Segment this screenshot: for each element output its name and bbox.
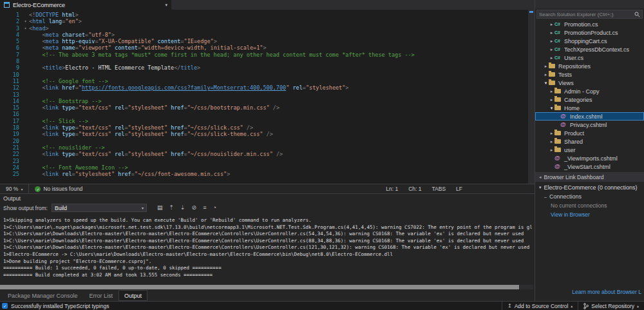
toggle-word-wrap-icon[interactable]: ≡ xyxy=(203,204,206,212)
search-icon[interactable] xyxy=(634,12,640,17)
solution-explorer-item[interactable]: ▸user xyxy=(535,146,644,154)
chevron-down-icon[interactable]: ▾ xyxy=(543,81,549,86)
code-line[interactable]: 11 <!-- Google font --> xyxy=(0,78,528,84)
code-line[interactable]: 5 <meta http-equiv="X-UA-Compatible" con… xyxy=(0,38,528,44)
tool-window-tab-output[interactable]: Output xyxy=(118,290,147,301)
output-log[interactable]: 1>Skipping analyzers to speed up the bui… xyxy=(3,217,532,280)
tool-window-tab-package-manager-console[interactable]: Package Manager Console xyxy=(2,290,84,301)
code-line[interactable]: 19 <link type="text/css" rel="stylesheet… xyxy=(0,131,528,137)
code-line[interactable]: 17 <!-- Slick --> xyxy=(0,118,528,124)
code-line[interactable]: 2▾<html lang="en"> xyxy=(0,18,528,24)
solution-explorer-item[interactable]: @_ViewStart.cshtml xyxy=(535,162,644,171)
code-line[interactable]: 23 xyxy=(0,158,528,164)
health-label: No issues found xyxy=(43,186,82,192)
chevron-right-icon[interactable]: ▸ xyxy=(543,72,549,77)
collapse-icon[interactable]: – xyxy=(544,195,547,199)
code-line[interactable]: 25 <link rel="stylesheet" href="~/css/fo… xyxy=(0,171,528,177)
item-label: ShoppingCart.cs xyxy=(564,38,607,44)
timestamp-icon[interactable]: ◔ xyxy=(213,204,216,212)
code-line[interactable]: 4 <meta charset="utf-8"> xyxy=(0,32,528,38)
solution-explorer-item[interactable]: ▸Admin - Copy xyxy=(535,87,644,95)
output-source-dropdown[interactable]: Build ▾ xyxy=(52,204,147,212)
zoom-control[interactable]: 90 % ▾ xyxy=(0,184,29,193)
solution-explorer-item[interactable]: ▸Tests xyxy=(535,70,644,79)
fold-gutter xyxy=(22,78,29,84)
learn-more-link[interactable]: Learn more about Browser L xyxy=(572,289,641,295)
solution-explorer-item[interactable]: ▸Product xyxy=(535,129,644,137)
code-line[interactable]: 15 <link type="text/css" rel="stylesheet… xyxy=(0,104,528,111)
solution-explorer-item[interactable]: ▾Views xyxy=(535,79,644,87)
fold-chevron-icon[interactable]: ▾ xyxy=(22,18,29,24)
solution-explorer-item[interactable]: ▸C#User.cs xyxy=(535,53,644,62)
code-line[interactable]: 22 <link type="text/css" rel="stylesheet… xyxy=(0,151,528,157)
document-tab-label: Electro-ECommerce xyxy=(13,2,65,8)
solution-explorer-item[interactable]: ▸Repositories xyxy=(535,62,644,70)
status-bar: ✓ Successfully installed TypeScript typi… xyxy=(0,301,644,310)
solution-explorer-item[interactable]: ▾Home xyxy=(535,104,644,112)
fold-chevron-icon[interactable]: ▾ xyxy=(22,25,29,32)
solution-search-input[interactable] xyxy=(537,12,634,17)
item-label: _ViewImports.cshtml xyxy=(564,155,618,162)
eol-indicator[interactable]: LF xyxy=(456,186,462,192)
code-line[interactable]: 13 xyxy=(0,92,528,98)
add-to-source-control-button[interactable]: ↥ Add to Source Control ▴ xyxy=(502,302,578,310)
scrollbar-thumb[interactable] xyxy=(0,285,519,289)
chevron-right-icon[interactable]: ▸ xyxy=(549,22,554,27)
code-line[interactable]: 18 <link type="text/css" rel="stylesheet… xyxy=(0,124,528,131)
solution-explorer-item[interactable]: @_ViewImports.cshtml xyxy=(535,154,644,162)
go-to-next-message-icon[interactable]: ⇣ xyxy=(180,204,185,212)
code-line[interactable]: 12 <link href="https://fonts.googleapis.… xyxy=(0,84,528,91)
view-in-browser-link[interactable]: View in Browser xyxy=(535,209,644,218)
chevron-right-icon[interactable]: ▸ xyxy=(549,55,554,61)
code-line[interactable]: 3▾<head> xyxy=(0,25,528,32)
code-line[interactable]: 16 xyxy=(0,111,528,117)
code-line[interactable]: 8 xyxy=(0,58,528,64)
solution-explorer-item[interactable]: ▸Shared xyxy=(535,137,644,146)
fold-gutter xyxy=(22,118,29,124)
code-line[interactable]: 6 <meta name="viewport" content="width=d… xyxy=(0,44,528,51)
solution-explorer-item[interactable]: ▸Categories xyxy=(535,95,644,104)
solution-explorer-item[interactable]: ▸C#Promotion.cs xyxy=(535,20,644,28)
solution-explorer-item[interactable]: ▸C#PromotionProduct.cs xyxy=(535,28,644,37)
chevron-right-icon[interactable]: ▸ xyxy=(549,139,554,144)
document-health-indicator[interactable]: ✓ No issues found xyxy=(29,186,88,192)
chevron-right-icon[interactable]: ▸ xyxy=(543,64,549,69)
code-line[interactable]: 24 <!-- Font Awesome Icon --> xyxy=(0,164,528,171)
connections-section[interactable]: – Connections xyxy=(535,191,644,200)
go-to-previous-message-icon[interactable]: ⇡ xyxy=(169,204,175,212)
code-line[interactable]: 20 xyxy=(0,138,528,144)
solution-explorer-item[interactable]: ▸C#TechXpressDbContext.cs xyxy=(535,45,644,53)
chevron-right-icon[interactable]: ▸ xyxy=(549,89,554,94)
chevron-right-icon[interactable]: ▸ xyxy=(549,97,554,102)
editor-vertical-scrollbar[interactable] xyxy=(528,10,535,184)
document-tab[interactable]: Electro-ECommerce ▾ xyxy=(0,0,171,10)
status-message-area: ✓ Successfully installed TypeScript typi… xyxy=(0,303,109,309)
chevron-right-icon[interactable]: ▸ xyxy=(549,47,554,52)
solution-explorer-item[interactable]: @Privacy.cshtml xyxy=(535,121,644,129)
find-message-icon[interactable]: ▤ xyxy=(157,204,163,212)
code-line[interactable]: 7 <!-- The above 3 meta tags *must* come… xyxy=(0,52,528,58)
chevron-down-icon[interactable]: ▾ xyxy=(539,185,542,190)
solution-explorer-item[interactable]: @Index.cshtml xyxy=(535,112,644,121)
chevron-right-icon[interactable]: ▸ xyxy=(549,30,554,35)
code-editor[interactable]: 1<!DOCTYPE html>2▾<html lang="en">3▾<hea… xyxy=(0,10,528,184)
chevron-down-icon[interactable]: ▾ xyxy=(549,106,554,111)
indent-mode-indicator[interactable]: TABS xyxy=(432,186,446,192)
code-line[interactable]: 9 <title>Electro - HTML Ecommerce Templa… xyxy=(0,64,528,71)
code-line[interactable]: 10 xyxy=(0,72,528,78)
chevron-right-icon[interactable]: ▸ xyxy=(549,39,554,44)
output-horizontal-scrollbar[interactable] xyxy=(0,285,533,289)
browser-link-header[interactable]: ◂ Browser Link Dashboard xyxy=(535,172,644,182)
chevron-right-icon[interactable]: ▸ xyxy=(549,148,554,153)
code-line[interactable]: 1<!DOCTYPE html> xyxy=(0,12,528,18)
select-repository-button[interactable]: Select Repository ▴ xyxy=(578,302,644,310)
solution-explorer-item[interactable]: ▸C#ShoppingCart.cs xyxy=(535,37,644,45)
code-line[interactable]: 14 <!-- Bootstrap --> xyxy=(0,98,528,104)
notification-icon[interactable]: ✓ xyxy=(2,303,8,309)
clear-all-icon[interactable]: ⊘ xyxy=(192,204,197,212)
tool-window-tab-error-list[interactable]: Error List xyxy=(84,290,119,301)
code-line[interactable]: 21 <!-- nouislider --> xyxy=(0,144,528,151)
chevron-down-icon[interactable]: ▾ xyxy=(165,3,167,8)
browser-link-project[interactable]: ▾ Electro-ECommerce (0 connections) xyxy=(535,182,644,191)
chevron-right-icon[interactable]: ▸ xyxy=(549,131,554,136)
